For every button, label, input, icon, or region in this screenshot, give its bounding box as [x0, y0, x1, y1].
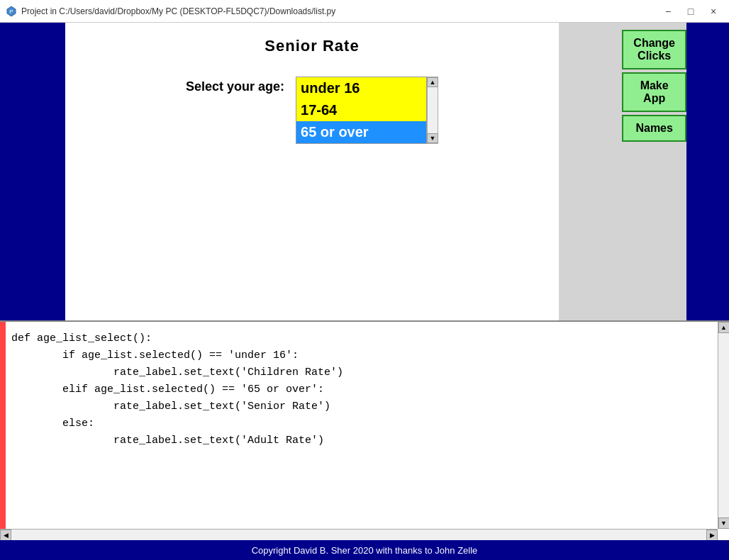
age-select-label: Select your age: [186, 79, 284, 94]
close-button[interactable]: × [703, 4, 723, 18]
age-row: Select your age: under 16 17-64 65 or ov… [186, 77, 438, 144]
title-bar: P Project in C:/Users/david/Dropbox/My P… [0, 0, 729, 23]
code-content: def age_list_select(): if age_list.selec… [0, 322, 729, 458]
scroll-up-arrow[interactable]: ▲ [427, 77, 438, 87]
code-scrollbar-vertical[interactable]: ▲ ▼ [718, 322, 729, 529]
names-button[interactable]: Names [622, 115, 686, 142]
sidebar-buttons: ChangeClicks MakeApp Names [622, 30, 686, 142]
make-app-button[interactable]: MakeApp [622, 72, 686, 112]
scroll-track [428, 87, 438, 133]
code-area: def age_list_select(): if age_list.selec… [0, 320, 729, 540]
title-text: Project in C:/Users/david/Dropbox/My PC … [21, 6, 335, 16]
list-item[interactable]: under 16 [296, 77, 426, 99]
app-window: Senior Rate Select your age: under 16 17… [0, 23, 729, 560]
app-icon: P [6, 6, 17, 17]
code-scrollbar-horizontal[interactable]: ◀ ▶ [0, 529, 718, 540]
code-scroll-left[interactable]: ◀ [0, 530, 11, 541]
left-strip [0, 322, 6, 540]
code-scroll-right[interactable]: ▶ [706, 530, 718, 541]
status-text: Copyright David B. Sher 2020 with thanks… [252, 545, 478, 556]
title-bar-left: P Project in C:/Users/david/Dropbox/My P… [6, 6, 335, 17]
list-item-selected[interactable]: 65 or over [296, 121, 426, 143]
right-dark-panel [686, 23, 729, 320]
rate-label: Senior Rate [265, 37, 359, 55]
center-area: Senior Rate Select your age: under 16 17… [65, 23, 559, 320]
restore-button[interactable]: □ [681, 4, 701, 18]
listbox-container: under 16 17-64 65 or over ▲ ▼ [296, 77, 438, 144]
svg-text:P: P [9, 9, 13, 15]
right-sidebar: ChangeClicks MakeApp Names [559, 23, 686, 320]
status-bar: Copyright David B. Sher 2020 with thanks… [0, 540, 729, 560]
listbox-scrollbar[interactable]: ▲ ▼ [427, 77, 438, 144]
code-scroll-down[interactable]: ▼ [718, 517, 730, 529]
age-listbox[interactable]: under 16 17-64 65 or over [296, 77, 427, 144]
left-dark-panel [0, 23, 65, 320]
scroll-down-arrow[interactable]: ▼ [427, 133, 438, 143]
change-clicks-button[interactable]: ChangeClicks [622, 30, 686, 69]
title-bar-controls: − □ × [658, 4, 723, 18]
list-item[interactable]: 17-64 [296, 99, 426, 121]
gui-area: Senior Rate Select your age: under 16 17… [0, 23, 729, 320]
minimize-button[interactable]: − [658, 4, 678, 18]
code-scroll-up[interactable]: ▲ [718, 322, 730, 333]
